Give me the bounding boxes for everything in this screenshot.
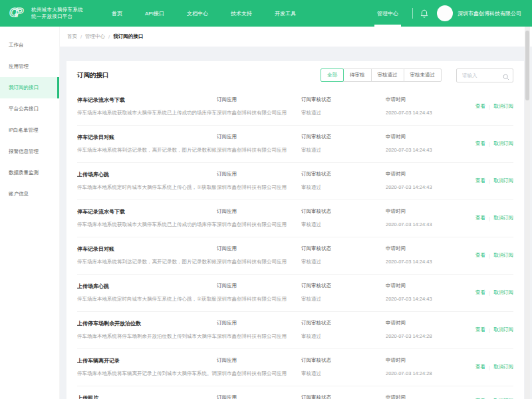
value-subscribed-app: 深圳市鑫创博科技有限公司应用 — [217, 147, 301, 154]
api-description: 停车场库本地系统定时向城市大脑停车系统上传心跳，①获取服务器基... — [77, 184, 217, 191]
bell-icon[interactable] — [420, 9, 428, 18]
status-filter-group: 全部 待审核 审核通过 审核未通过 — [321, 68, 442, 82]
filter-pending[interactable]: 待审核 — [343, 68, 372, 82]
value-audit-status: 审核通过 — [301, 370, 386, 377]
label-apply-time: 申请时间 — [386, 96, 452, 104]
row-actions: 查看 | 取消订阅 — [452, 357, 513, 377]
page-title: 订阅的接口 — [77, 71, 109, 80]
value-subscribed-app: 深圳市鑫创博科技有限公司应用 — [217, 221, 301, 228]
action-divider: | — [489, 141, 490, 147]
filter-rejected[interactable]: 审核未通过 — [404, 68, 442, 82]
search-icon[interactable] — [503, 71, 509, 83]
api-title: 上传场库心跳 — [77, 283, 217, 290]
label-subscribed-app: 订阅应用 — [217, 96, 301, 104]
label-subscribed-app: 订阅应用 — [217, 320, 301, 327]
unsubscribe-link[interactable]: 取消订阅 — [493, 103, 513, 110]
label-apply-time: 申请时间 — [386, 394, 452, 399]
nav-item-devtools[interactable]: 开发工具 — [263, 10, 307, 17]
unsubscribe-link[interactable]: 取消订阅 — [493, 364, 513, 370]
breadcrumb-admin-center[interactable]: 管理中心 — [85, 33, 105, 40]
value-apply-time: 2020-07-03 14:24:43 — [386, 296, 452, 303]
api-title: 上传停车场剩余开放泊位数 — [77, 320, 217, 327]
value-audit-status: 审核通过 — [301, 184, 386, 191]
view-link[interactable]: 查看 — [475, 364, 485, 370]
logo[interactable]: C P 杭州城市大脑停车系统 统一开放接口平台 — [0, 3, 83, 23]
row-actions: 查看 | 取消订阅 — [452, 134, 513, 154]
api-description: 停车场库本地系统将车辆离开记录上传到城市大脑停车系统。调用周期... — [77, 370, 217, 377]
label-subscribed-app: 订阅应用 — [217, 171, 301, 178]
breadcrumb-separator: / — [80, 34, 82, 40]
nav-item-home[interactable]: 首页 — [100, 10, 134, 17]
filter-all[interactable]: 全部 — [321, 68, 344, 82]
unsubscribe-link[interactable]: 取消订阅 — [493, 327, 513, 333]
list-item: 上传场库心跳 停车场库本地系统定时向城市大脑停车系统上传心跳，①获取服务器基..… — [77, 275, 513, 312]
label-audit-status: 订阅审核状态 — [301, 134, 386, 141]
header-divider — [412, 8, 413, 19]
top-header: C P 杭州城市大脑停车系统 统一开放接口平台 首页 API接口 文档中心 技术… — [0, 0, 532, 27]
view-link[interactable]: 查看 — [475, 327, 485, 333]
sidebar: 工作台 应用管理 我订阅的接口 平台公共接口 IP白名单管理 报警信息管理 数据… — [0, 27, 60, 399]
label-subscribed-app: 订阅应用 — [217, 394, 301, 399]
list-item: 停车记录日对账 停车场库本地系统将到达记录数，离开记录数，图片记录数和账单记录.… — [77, 237, 513, 275]
row-actions: 查看 | 取消订阅 — [452, 171, 513, 191]
scrollbar-thumb[interactable] — [525, 31, 529, 100]
view-link[interactable]: 查看 — [475, 289, 485, 296]
view-link[interactable]: 查看 — [475, 252, 485, 259]
value-apply-time: 2020-07-03 14:24:28 — [386, 370, 452, 377]
sidebar-item-workbench[interactable]: 工作台 — [0, 35, 59, 56]
label-subscribed-app: 订阅应用 — [217, 245, 301, 253]
action-divider: | — [489, 104, 490, 110]
view-link[interactable]: 查看 — [475, 215, 485, 221]
label-apply-time: 申请时间 — [386, 208, 452, 215]
company-name[interactable]: 深圳市鑫创博科技有限公司 — [458, 10, 521, 17]
value-apply-time: 2020-07-03 14:24:43 — [386, 110, 452, 116]
unsubscribe-link[interactable]: 取消订阅 — [493, 215, 513, 221]
list-item: 上传照片 订阅应用 订阅审核状态 申请时间 查看 | 取消订阅 — [77, 386, 513, 399]
nav-item-api[interactable]: API接口 — [134, 10, 176, 17]
api-title: 停车记录流水号下载 — [77, 208, 217, 215]
scrollbar[interactable] — [525, 27, 530, 399]
unsubscribe-link[interactable]: 取消订阅 — [493, 252, 513, 259]
breadcrumb-home[interactable]: 首页 — [67, 33, 77, 40]
api-description: 停车场库本地系统定时向城市大脑停车系统上传心跳，①获取服务器基... — [77, 296, 217, 303]
nav-item-admin-center[interactable]: 管理中心 — [370, 0, 405, 27]
nav-item-docs[interactable]: 文档中心 — [176, 10, 219, 17]
list-item: 停车记录流水号下载 停车场库本地系统获取城市大脑停车系统已上传成功的场库停车记录… — [77, 88, 513, 126]
label-apply-time: 申请时间 — [386, 320, 452, 327]
unsubscribe-link[interactable]: 取消订阅 — [493, 178, 513, 184]
row-actions: 查看 | 取消订阅 — [452, 96, 513, 116]
sidebar-item-ip-whitelist[interactable]: IP白名单管理 — [0, 120, 59, 141]
api-title: 上传照片 — [77, 394, 217, 399]
sidebar-item-my-subscribed-apis[interactable]: 我订阅的接口 — [0, 77, 59, 98]
svg-text:P: P — [15, 6, 24, 19]
api-description: 停车场库本地系统获取城市大脑停车系统已上传成功的场库停车记录流... — [77, 110, 217, 116]
label-audit-status: 订阅审核状态 — [301, 320, 386, 327]
row-actions: 查看 | 取消订阅 — [452, 394, 513, 399]
avatar[interactable] — [437, 5, 453, 21]
value-audit-status: 审核通过 — [301, 296, 386, 303]
api-title: 停车记录日对账 — [77, 245, 217, 253]
nav-item-support[interactable]: 技术支持 — [219, 10, 263, 17]
row-actions: 查看 | 取消订阅 — [452, 283, 513, 303]
sidebar-item-public-apis[interactable]: 平台公共接口 — [0, 98, 59, 120]
sidebar-item-alarm-info[interactable]: 报警信息管理 — [0, 141, 59, 162]
sidebar-item-account-info[interactable]: 账户信息 — [0, 184, 59, 205]
view-link[interactable]: 查看 — [475, 140, 485, 147]
api-title: 上传车辆离开记录 — [77, 357, 217, 364]
unsubscribe-link[interactable]: 取消订阅 — [493, 140, 513, 147]
value-audit-status: 审核通过 — [301, 333, 386, 340]
admin-center-label: 管理中心 — [377, 10, 398, 17]
label-apply-time: 申请时间 — [386, 245, 452, 253]
sidebar-item-app-management[interactable]: 应用管理 — [0, 56, 59, 77]
sidebar-item-data-quality[interactable]: 数据质量监测 — [0, 162, 59, 184]
row-actions: 查看 | 取消订阅 — [452, 320, 513, 340]
row-actions: 查看 | 取消订阅 — [452, 208, 513, 228]
cp-logo-icon: C P — [9, 3, 27, 23]
label-audit-status: 订阅审核状态 — [301, 96, 386, 104]
value-audit-status: 审核通过 — [301, 110, 386, 116]
unsubscribe-link[interactable]: 取消订阅 — [493, 289, 513, 296]
view-link[interactable]: 查看 — [475, 178, 485, 184]
view-link[interactable]: 查看 — [475, 103, 485, 110]
main-nav: 首页 API接口 文档中心 技术支持 开发工具 — [100, 0, 307, 27]
filter-approved[interactable]: 审核通过 — [371, 68, 404, 82]
